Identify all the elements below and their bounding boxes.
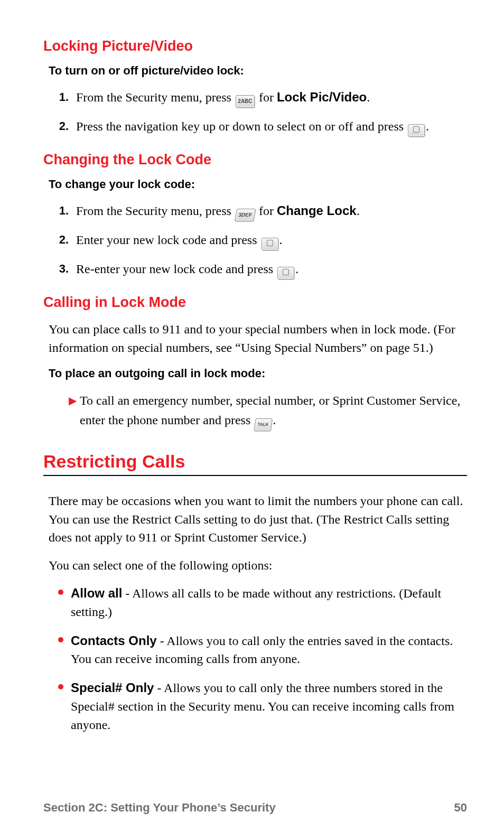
bullet-body: To call an emergency number, special num… [80, 391, 467, 431]
text: Enter your new lock code and press [76, 233, 260, 247]
step-body: From the Security menu, press 3DEF for C… [76, 202, 467, 221]
option-label: Allow all [71, 586, 122, 600]
arrow-icon: ▶ [69, 391, 77, 409]
heading-restricting-calls: Restricting Calls [43, 451, 467, 472]
step-number: 1. [43, 202, 69, 219]
bullet-dot-icon [58, 590, 63, 595]
lead-place-call: To place an outgoing call in lock mode: [49, 367, 467, 380]
option-body: Allow all - Allows all calls to be made … [71, 584, 467, 621]
list-item: 1. From the Security menu, press 2ABC fo… [43, 88, 467, 108]
option-label: Special# Only [71, 680, 154, 695]
step-number: 1. [43, 88, 69, 106]
ok-key-icon [408, 124, 425, 137]
bullet-dot-icon [58, 684, 63, 689]
heading-changing-lock-code: Changing the Lock Code [43, 152, 467, 168]
step-body: From the Security menu, press 2ABC for L… [76, 88, 467, 108]
list-item: 1. From the Security menu, press 3DEF fo… [43, 202, 467, 221]
option-body: Contacts Only - Allows you to call only … [71, 632, 467, 669]
step-body: Re-enter your new lock code and press . [76, 260, 467, 279]
text: for [256, 90, 277, 104]
step-body: Enter your new lock code and press . [76, 231, 467, 250]
para-call-lock: You can place calls to 911 and to your s… [49, 320, 467, 357]
options-list: Allow all - Allows all calls to be made … [43, 584, 467, 734]
lead-lock-pic: To turn on or off picture/video lock: [49, 64, 467, 78]
heading-locking-picture-video: Locking Picture/Video [43, 38, 467, 54]
text: Press the navigation key up or down to s… [76, 119, 407, 133]
text: From the Security menu, press [76, 204, 235, 218]
step-number: 3. [43, 260, 69, 277]
text: . [273, 413, 276, 427]
step-number: 2. [43, 231, 69, 248]
text: for [256, 204, 277, 218]
text: . [279, 233, 283, 247]
lead-change-code: To change your lock code: [49, 178, 467, 191]
major-heading-rule: Restricting Calls [43, 451, 467, 476]
bold-term: Lock Pic/Video [277, 90, 367, 104]
list-item: Special# Only - Allows you to call only … [43, 679, 467, 734]
text: . [367, 90, 370, 104]
bold-term: Change Lock [277, 203, 357, 218]
text: . [295, 262, 298, 276]
talk-key-icon: TALK [254, 418, 273, 431]
text: Re-enter your new lock code and press [76, 262, 276, 276]
page-footer: Section 2C: Setting Your Phone’s Securit… [43, 801, 467, 815]
key-2abc-icon: 2ABC [236, 95, 255, 108]
list-item: Contacts Only - Allows you to call only … [43, 632, 467, 669]
option-label: Contacts Only [71, 633, 157, 648]
text: . [426, 119, 429, 133]
steps-change-code: 1. From the Security menu, press 3DEF fo… [43, 202, 467, 279]
arrow-bullet: ▶ To call an emergency number, special n… [69, 391, 467, 431]
step-body: Press the navigation key up or down to s… [76, 117, 467, 137]
list-item: Allow all - Allows all calls to be made … [43, 584, 467, 621]
ok-key-icon [277, 267, 294, 279]
list-item: 2. Press the navigation key up or down t… [43, 117, 467, 137]
option-body: Special# Only - Allows you to call only … [71, 679, 467, 734]
para-restrict-2: You can select one of the following opti… [49, 556, 467, 575]
bullet-dot-icon [58, 637, 63, 642]
manual-page: Locking Picture/Video To turn on or off … [0, 0, 504, 734]
para-restrict-1: There may be occasions when you want to … [49, 492, 467, 547]
footer-page-number: 50 [454, 801, 467, 815]
option-text: - Allows all calls to be made without an… [71, 586, 441, 619]
footer-section-label: Section 2C: Setting Your Phone’s Securit… [43, 801, 276, 815]
list-item: 3. Re-enter your new lock code and press… [43, 260, 467, 279]
heading-calling-lock-mode: Calling in Lock Mode [43, 294, 467, 311]
ok-key-icon [262, 238, 278, 250]
key-3def-icon: 3DEF [235, 209, 256, 221]
steps-lock-pic: 1. From the Security menu, press 2ABC fo… [43, 88, 467, 137]
text: . [357, 204, 360, 218]
step-number: 2. [43, 117, 69, 135]
list-item: 2. Enter your new lock code and press . [43, 231, 467, 250]
text: From the Security menu, press [76, 90, 235, 104]
